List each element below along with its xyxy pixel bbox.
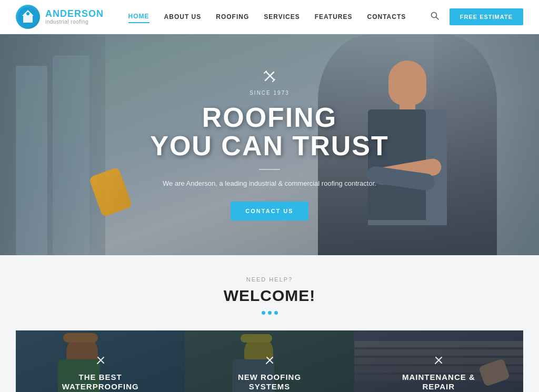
card-title-1: THE BESTWATERPROOFING xyxy=(62,373,139,391)
dot-3 xyxy=(274,311,278,315)
hero-tools-icon xyxy=(150,69,389,87)
svg-point-2 xyxy=(26,12,29,15)
hero-section: SINCE 1973 ROOFING YOU CAN TRUST We are … xyxy=(0,34,539,255)
logo-text: ANDERSON industrial roofing xyxy=(45,9,104,25)
hero-content: SINCE 1973 ROOFING YOU CAN TRUST We are … xyxy=(150,69,389,221)
svg-line-4 xyxy=(436,17,438,20)
dot-2 xyxy=(268,311,272,315)
service-card-roofing[interactable]: NEW ROOFINGSYSTEMS Anderson is a certifi… xyxy=(185,330,354,392)
welcome-dots xyxy=(16,311,523,315)
card-title-3: MAINTENANCE &REPAIR xyxy=(402,373,475,391)
hero-title: ROOFING YOU CAN TRUST xyxy=(150,103,389,160)
nav-home[interactable]: HOME xyxy=(128,11,149,23)
search-icon[interactable] xyxy=(431,12,439,22)
nav-features[interactable]: FEATURES xyxy=(315,11,353,23)
main-nav: HOME ABOUT US ROOFING SERVICES FEATURES … xyxy=(128,11,406,23)
svg-line-5 xyxy=(265,72,274,81)
welcome-eyebrow: NEED HELP? xyxy=(16,276,523,283)
free-estimate-button[interactable]: FREE ESTIMATE xyxy=(450,8,523,25)
header: ANDERSON industrial roofing HOME ABOUT U… xyxy=(0,0,539,34)
svg-line-8 xyxy=(273,79,275,82)
service-card-waterproofing[interactable]: THE BESTWATERPROOFING Superior craftsman… xyxy=(16,330,185,392)
hero-cta-button[interactable]: CONTACT US xyxy=(231,202,308,220)
dot-1 xyxy=(262,311,265,315)
nav-services[interactable]: SERVICES xyxy=(264,11,300,23)
logo[interactable]: ANDERSON industrial roofing xyxy=(16,5,104,29)
nav-about[interactable]: ABOUT US xyxy=(164,11,202,23)
card-tools-icon-2 xyxy=(264,355,275,368)
hero-description: We are Anderson, a leading industrial & … xyxy=(150,178,389,189)
logo-icon xyxy=(16,5,40,29)
header-actions: FREE ESTIMATE xyxy=(431,8,523,25)
logo-title: ANDERSON xyxy=(45,9,104,19)
card-content-1: THE BESTWATERPROOFING Superior craftsman… xyxy=(16,330,185,392)
card-content-3: MAINTENANCE &REPAIR We respond quickly t… xyxy=(354,330,523,392)
nav-contacts[interactable]: CONTACTS xyxy=(367,11,406,23)
hero-divider xyxy=(259,169,280,170)
card-content-2: NEW ROOFINGSYSTEMS Anderson is a certifi… xyxy=(185,330,354,392)
card-tools-icon-3 xyxy=(433,355,444,368)
card-tools-icon-1 xyxy=(95,355,106,368)
service-card-maintenance[interactable]: MAINTENANCE &REPAIR We respond quickly t… xyxy=(354,330,523,392)
welcome-section: NEED HELP? WELCOME! xyxy=(0,255,539,392)
hero-since: SINCE 1973 xyxy=(150,90,389,96)
svg-line-7 xyxy=(264,71,266,73)
service-cards: THE BESTWATERPROOFING Superior craftsman… xyxy=(16,330,523,392)
logo-subtitle: industrial roofing xyxy=(45,19,104,25)
welcome-title: WELCOME! xyxy=(16,287,523,305)
nav-roofing[interactable]: ROOFING xyxy=(216,11,249,23)
card-title-2: NEW ROOFINGSYSTEMS xyxy=(238,373,301,391)
